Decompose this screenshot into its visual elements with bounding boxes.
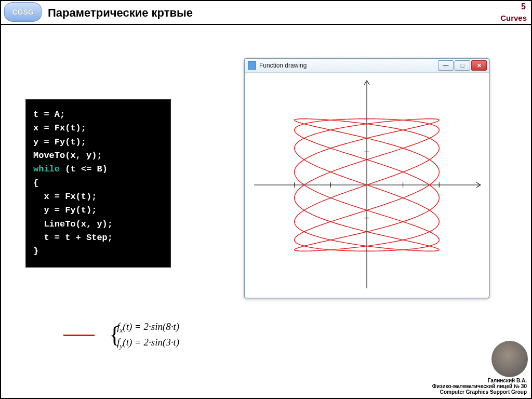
function-drawing-window: Function drawing — □ ✕ <box>244 58 489 298</box>
page-title: Параметрические кртвые <box>48 6 193 20</box>
minimize-button[interactable]: — <box>438 60 454 71</box>
maximize-button[interactable]: □ <box>455 60 470 71</box>
logo: CGSG <box>4 2 42 22</box>
page-number: 5 <box>521 2 526 11</box>
formula-fy: fy(t) = 2·sin(3·t) <box>117 335 179 351</box>
legend-line <box>63 335 95 336</box>
window-titlebar[interactable]: Function drawing — □ ✕ <box>245 59 489 73</box>
footer-credits: Галинский В.А. Физико-математический лиц… <box>432 378 527 395</box>
close-button[interactable]: ✕ <box>471 60 487 71</box>
plot-canvas <box>248 75 486 295</box>
footer-badge-icon <box>491 341 528 377</box>
window-title: Function drawing <box>259 62 307 69</box>
window-icon <box>248 61 256 70</box>
formula-legend: { fx(t) = 2·sin(8·t) fy(t) = 2·sin(3·t) <box>63 320 179 351</box>
section-label: Curves <box>500 14 527 22</box>
formula-fx: fx(t) = 2·sin(8·t) <box>117 320 179 336</box>
code-listing: t = A;x = Fx(t);y = Fy(t);MoveTo(x, y);w… <box>26 100 170 267</box>
